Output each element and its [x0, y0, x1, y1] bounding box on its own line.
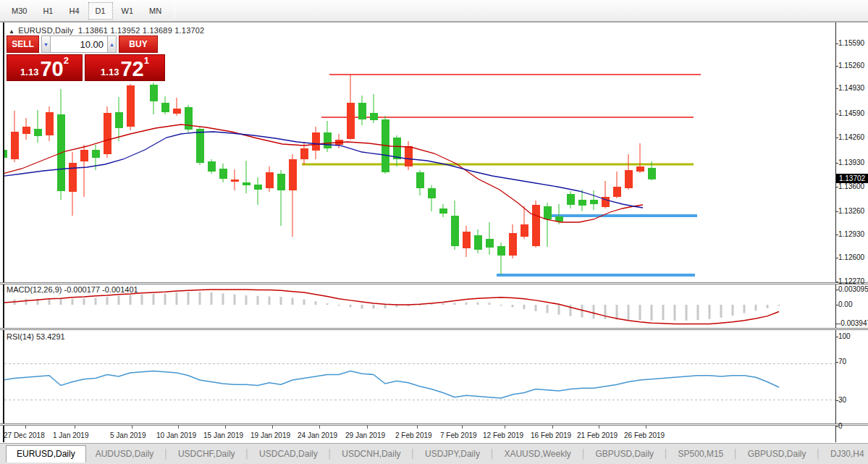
candle-body[interactable]	[127, 85, 135, 127]
candle-body[interactable]	[277, 174, 285, 190]
main-macd-separator[interactable]	[0, 282, 868, 284]
candle-body[interactable]	[648, 168, 656, 180]
candle-body[interactable]	[405, 146, 413, 166]
tab-SP500,M15[interactable]: SP500,M15	[669, 446, 733, 462]
candle-body[interactable]	[590, 200, 598, 204]
candle-body[interactable]	[196, 129, 204, 163]
candle-body[interactable]	[161, 103, 169, 112]
candle-body[interactable]	[22, 127, 30, 134]
date-axis-label: 29 Jan 2019	[345, 431, 385, 439]
tab-GBPUSD,Daily[interactable]: GBPUSD,Daily	[738, 446, 816, 462]
candle-body[interactable]	[625, 170, 633, 188]
tab-USDCNH,Daily[interactable]: USDCNH,Daily	[332, 446, 410, 462]
tab-USDJPY,Daily[interactable]: USDJPY,Daily	[416, 446, 489, 462]
price-axis-label-tick	[835, 187, 838, 187]
tab-AUDUSD,Daily[interactable]: AUDUSD,Daily	[86, 446, 164, 462]
candle-body[interactable]	[567, 194, 575, 205]
tab-USDCAD,Daily[interactable]: USDCAD,Daily	[250, 446, 327, 462]
candle-body[interactable]	[636, 166, 644, 172]
timeframe-button-d1[interactable]: D1	[88, 2, 113, 20]
price-axis-label-tick	[835, 138, 838, 138]
timeframe-button-m30[interactable]: M30	[4, 2, 34, 20]
candle-body[interactable]	[46, 112, 54, 135]
candle-body[interactable]	[254, 185, 262, 190]
candle-body[interactable]	[289, 159, 297, 190]
macd-histogram-bar	[477, 303, 479, 305]
macd-indicator-label: MACD(12,26,9) -0.000177 -0.001401	[7, 285, 138, 294]
macd-histogram-bar	[25, 299, 28, 305]
candle-body[interactable]	[509, 233, 517, 256]
tab-DJ30,H4[interactable]: DJ30,H4	[821, 446, 868, 462]
candle-body[interactable]	[300, 148, 308, 159]
tab-separator: │	[489, 449, 495, 459]
price-axis-label: 1.14260	[838, 133, 864, 141]
tab-XAUUSD,Weekly[interactable]: XAUUSD,Weekly	[494, 446, 580, 462]
timeframe-button-mn[interactable]: MN	[142, 2, 169, 20]
volume-increase-button[interactable]: ▲	[107, 35, 117, 53]
candle-body[interactable]	[463, 232, 471, 248]
candle-body[interactable]	[219, 169, 227, 179]
candle-body[interactable]	[555, 216, 563, 222]
candle-body[interactable]	[80, 150, 88, 161]
tab-EURUSD,Daily[interactable]: EURUSD,Daily	[6, 445, 86, 463]
date-axis-label: 10 Jan 2019	[156, 431, 196, 439]
timeframe-button-h4[interactable]: H4	[62, 2, 86, 20]
candle-body[interactable]	[115, 112, 123, 128]
rsi-axis-label-tick	[835, 400, 838, 401]
sell-price-quote[interactable]: 1.13 70 2	[7, 54, 83, 81]
candle-body[interactable]	[486, 239, 494, 248]
candle-body[interactable]	[208, 161, 216, 172]
candle-body[interactable]	[347, 103, 355, 139]
macd-histogram-bar	[361, 305, 363, 308]
candle-body[interactable]	[497, 246, 505, 256]
candle-body[interactable]	[578, 200, 586, 206]
candle-body[interactable]	[324, 132, 332, 148]
buy-button[interactable]: BUY	[119, 35, 158, 53]
price-axis-label-tick	[835, 88, 838, 89]
volume-decrease-button[interactable]: ▼	[41, 35, 51, 53]
date-axis-label: 1 Jan 2019	[53, 431, 89, 439]
candle-body[interactable]	[521, 224, 528, 237]
macd-histogram-bar	[338, 305, 340, 305]
collapse-icon[interactable]: ▲	[9, 28, 14, 35]
sell-button[interactable]: SELL	[7, 35, 39, 53]
candle-body[interactable]	[150, 85, 158, 101]
timeframe-button-w1[interactable]: W1	[114, 2, 141, 20]
candle-body[interactable]	[474, 235, 482, 250]
timeframe-button-h1[interactable]: H1	[35, 2, 60, 20]
macd-histogram-bar	[674, 305, 676, 321]
volume-input[interactable]	[51, 35, 107, 53]
toolbar-separator	[174, 4, 175, 18]
candle-body[interactable]	[243, 182, 250, 185]
macd-rsi-separator[interactable]	[0, 328, 868, 330]
candle-body[interactable]	[185, 107, 193, 130]
macd-histogram-bar	[176, 292, 178, 305]
buy-price-quote[interactable]: 1.13 72 1	[85, 54, 165, 81]
macd-histogram-bar	[303, 300, 306, 305]
tab-GBPUSD,Daily[interactable]: GBPUSD,Daily	[586, 446, 663, 462]
candle-body[interactable]	[358, 103, 366, 119]
candle-body[interactable]	[231, 180, 239, 182]
candle-body[interactable]	[104, 113, 111, 154]
candle-body[interactable]	[173, 109, 181, 114]
date-axis-tick	[599, 426, 599, 429]
candle-body[interactable]	[11, 132, 19, 159]
candle-body[interactable]	[451, 216, 459, 246]
macd-histogram-bar	[778, 305, 780, 305]
candle-body[interactable]	[428, 188, 436, 198]
candle-body[interactable]	[69, 163, 77, 192]
candle-body[interactable]	[393, 138, 401, 159]
candle-body[interactable]	[266, 172, 274, 188]
candle-body[interactable]	[34, 129, 42, 136]
candle-body[interactable]	[416, 172, 424, 188]
candle-body[interactable]	[532, 205, 540, 246]
macd-histogram-bar	[489, 303, 491, 305]
candle-body[interactable]	[92, 150, 100, 158]
spinner-up-icon: ▲	[109, 42, 114, 47]
candle-body[interactable]	[312, 132, 320, 151]
candle-body[interactable]	[370, 113, 378, 120]
candle-body[interactable]	[439, 208, 447, 214]
candle-body[interactable]	[544, 206, 552, 219]
candle-body[interactable]	[613, 187, 621, 197]
tab-USDCHF,Daily[interactable]: USDCHF,Daily	[169, 446, 245, 462]
